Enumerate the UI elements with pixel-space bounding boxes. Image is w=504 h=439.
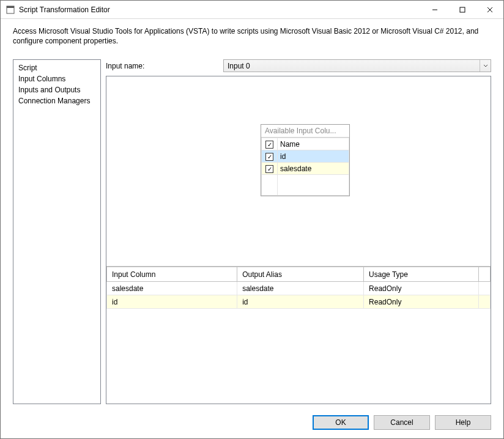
available-columns-header: Available Input Colu...: [261, 125, 349, 138]
available-columns-box: Available Input Colu... ✓ Name ✓ id: [261, 124, 350, 196]
cell-input-column[interactable]: salesdate: [107, 282, 237, 295]
content-panel: Available Input Colu... ✓ Name ✓ id: [106, 76, 491, 404]
cell-spacer: [479, 282, 491, 295]
selected-columns-grid: Input Column Output Alias Usage Type sal…: [106, 266, 491, 404]
titlebar: Script Transformation Editor: [1, 1, 503, 19]
cell-usage-type[interactable]: ReadOnly: [364, 282, 479, 295]
available-col-name[interactable]: id: [278, 150, 349, 163]
available-empty-row: [262, 175, 349, 196]
app-icon: [6, 5, 15, 15]
columns-table: Input Column Output Alias Usage Type sal…: [106, 267, 491, 309]
checkbox-icon[interactable]: ✓: [265, 153, 273, 161]
window-controls: [421, 1, 503, 18]
nav-item-connection-managers[interactable]: Connection Managers: [13, 95, 100, 106]
chevron-down-icon: [480, 60, 491, 72]
description-text: Access Microsoft Visual Studio Tools for…: [1, 19, 503, 48]
col-header-output-alias[interactable]: Output Alias: [237, 267, 364, 282]
available-row[interactable]: ✓ Name: [262, 138, 349, 150]
available-col-name[interactable]: salesdate: [278, 163, 349, 175]
help-button[interactable]: Help: [435, 415, 491, 430]
cancel-button[interactable]: Cancel: [374, 415, 430, 430]
nav-item-input-columns[interactable]: Input Columns: [13, 73, 100, 84]
table-header-row: Input Column Output Alias Usage Type: [107, 267, 491, 282]
available-row[interactable]: ✓ id: [262, 150, 349, 163]
nav-item-inputs-outputs[interactable]: Inputs and Outputs: [13, 84, 100, 95]
input-name-select[interactable]: Input 0: [223, 59, 491, 72]
input-name-value: Input 0: [228, 62, 250, 70]
cell-input-column[interactable]: id: [107, 295, 237, 309]
available-columns-area: Available Input Colu... ✓ Name ✓ id: [106, 76, 491, 266]
available-col-name[interactable]: Name: [278, 138, 349, 150]
checkbox-icon[interactable]: ✓: [265, 165, 273, 173]
cell-usage-type[interactable]: ReadOnly: [364, 295, 479, 309]
available-columns-table: ✓ Name ✓ id ✓ salesdate: [261, 138, 349, 196]
input-name-row: Input name: Input 0: [106, 59, 491, 72]
checkbox-icon[interactable]: ✓: [265, 141, 273, 149]
cell-output-alias[interactable]: salesdate: [237, 282, 364, 295]
input-name-label: Input name:: [106, 62, 223, 70]
cell-output-alias[interactable]: id: [237, 295, 364, 309]
table-row[interactable]: salesdate salesdate ReadOnly: [107, 282, 491, 295]
minimize-button[interactable]: [421, 1, 448, 18]
maximize-button[interactable]: [448, 1, 476, 18]
col-header-spacer: [479, 267, 491, 282]
body: Script Input Columns Inputs and Outputs …: [1, 48, 503, 408]
available-row[interactable]: ✓ salesdate: [262, 163, 349, 175]
cell-spacer: [479, 295, 491, 309]
col-header-usage-type[interactable]: Usage Type: [364, 267, 479, 282]
close-button[interactable]: [476, 1, 503, 18]
col-header-input-column[interactable]: Input Column: [107, 267, 237, 282]
nav-item-script[interactable]: Script: [13, 62, 100, 73]
ok-button[interactable]: OK: [313, 415, 369, 430]
footer: OK Cancel Help: [1, 408, 503, 438]
right-panel: Input name: Input 0 Available Input Colu…: [106, 59, 491, 404]
window: Script Transformation Editor Access Micr…: [0, 0, 504, 439]
window-title: Script Transformation Editor: [19, 6, 421, 14]
nav-panel: Script Input Columns Inputs and Outputs …: [13, 59, 101, 404]
svg-rect-3: [460, 7, 465, 12]
svg-rect-1: [7, 6, 14, 8]
table-row[interactable]: id id ReadOnly: [107, 295, 491, 309]
